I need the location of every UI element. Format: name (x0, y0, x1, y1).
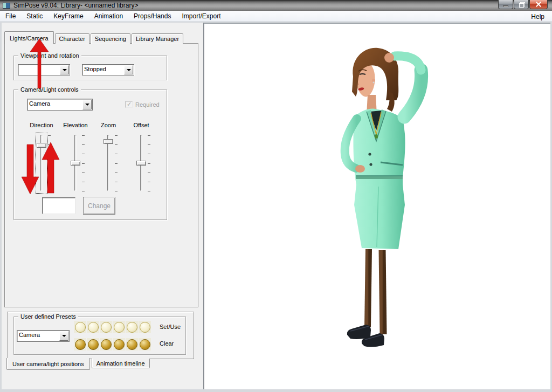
window-title: SimPose v9.04: Library- <unnamed library… (13, 2, 138, 9)
dropdown-button[interactable] (59, 331, 68, 341)
menu-file[interactable]: File (0, 11, 21, 22)
app-icon (3, 3, 10, 9)
preset-cream-button-6[interactable] (139, 321, 151, 333)
slider-thumb[interactable] (104, 139, 113, 144)
preset-gold-button-1[interactable] (74, 338, 86, 350)
jacket-button (368, 153, 371, 155)
clear-label: Clear (160, 340, 174, 347)
presets-group-legend: User defined Presets (18, 313, 78, 320)
tick-mark (48, 191, 51, 191)
menu-import-export[interactable]: Import/Export (176, 11, 226, 22)
tick-mark (148, 173, 150, 173)
value-input[interactable] (42, 197, 75, 214)
tab-character[interactable]: Character (55, 33, 89, 44)
tick-mark (148, 182, 150, 182)
bottom-tab-strip: User camera/light positionsAnimation tim… (6, 359, 151, 370)
tab-library-manager[interactable]: Library Manager (132, 33, 183, 44)
tab-sequencing[interactable]: Sequencing (91, 33, 130, 44)
gold-circle-icon (127, 339, 137, 350)
menu-props-hands[interactable]: Props/Hands (128, 11, 176, 22)
chevron-down-icon (127, 69, 131, 71)
tick-mark (115, 163, 118, 164)
tick-mark (115, 154, 118, 154)
minimize-button[interactable] (498, 0, 513, 9)
slider-thumb[interactable] (37, 143, 46, 148)
slider-thumb[interactable] (136, 161, 146, 166)
tick-mark (115, 135, 118, 136)
preset-cream-button-1[interactable] (74, 321, 86, 333)
chevron-down-icon (62, 335, 66, 337)
required-checkbox-label: Required (135, 101, 160, 108)
slider-elevation: Elevation (60, 122, 91, 196)
slider-track-area[interactable] (60, 134, 91, 196)
slider-track-area[interactable] (126, 134, 156, 196)
menu-help[interactable]: Help (527, 11, 549, 22)
slider-label-offset: Offset (126, 122, 156, 129)
menu-bar: FileStaticKeyFrameAnimationProps/HandsIm… (0, 11, 552, 22)
character-figure (323, 43, 442, 353)
tick-mark (48, 145, 51, 145)
chevron-down-icon (85, 104, 89, 106)
dropdown-button[interactable] (60, 65, 69, 74)
slider-track-area[interactable] (93, 134, 123, 196)
cream-circle-icon (140, 322, 150, 333)
left-leg (368, 249, 369, 327)
slider-zoom: Zoom (93, 122, 123, 196)
gold-circle-icon (101, 339, 112, 350)
preset-cream-button-2[interactable] (87, 321, 99, 333)
rotation-select[interactable]: Stopped (82, 64, 134, 75)
dropdown-button[interactable] (124, 65, 133, 74)
change-button: Change (83, 197, 115, 215)
preset-gold-button-4[interactable] (113, 338, 125, 350)
slider-thumb[interactable] (71, 161, 80, 166)
set-use-label: Set/Use (160, 324, 181, 330)
ear (372, 79, 375, 82)
preset-cream-button-4[interactable] (113, 321, 125, 333)
menu-static[interactable]: Static (21, 11, 48, 22)
viewpoint-camera-select[interactable] (18, 64, 70, 75)
tick-mark (48, 135, 51, 136)
preset-gold-button-6[interactable] (139, 338, 151, 350)
tick-mark (115, 173, 118, 173)
tick-mark (82, 182, 85, 182)
preset-gold-button-2[interactable] (87, 338, 99, 350)
tick-mark (48, 173, 51, 173)
restore-button[interactable] (514, 0, 529, 9)
tick-mark (148, 163, 150, 164)
tab-lights-camera[interactable]: Lights/Camera (4, 31, 54, 44)
bottom-tab-animation-timeline[interactable]: Animation timeline (92, 359, 150, 368)
preset-cream-button-5[interactable] (126, 321, 138, 333)
earring (373, 82, 375, 84)
slider-track-area[interactable] (26, 134, 57, 196)
tick-mark (115, 145, 118, 145)
bottom-tab-user-camera-light-positions[interactable]: User camera/light positions (6, 358, 90, 370)
tick-mark (48, 182, 51, 182)
tick-mark (115, 182, 118, 182)
eye (360, 74, 365, 74)
cream-circle-icon (75, 322, 86, 333)
close-button[interactable] (529, 0, 548, 9)
tick-mark (148, 154, 150, 154)
tick-mark (48, 154, 51, 154)
preset-gold-button-3[interactable] (100, 338, 112, 350)
cream-circle-icon (127, 322, 137, 333)
presets-target-select[interactable]: Camera (17, 330, 70, 342)
tick-mark (148, 191, 150, 191)
skirt (354, 184, 405, 249)
minimize-icon (503, 5, 508, 7)
camera-light-target-select[interactable]: Camera (27, 99, 93, 111)
gold-circle-icon (75, 339, 86, 350)
preset-cream-button-3[interactable] (100, 321, 112, 333)
tick-mark (82, 154, 85, 154)
tick-mark (148, 145, 150, 145)
preset-gold-button-5[interactable] (126, 338, 138, 350)
menu-keyframe[interactable]: KeyFrame (48, 11, 88, 22)
title-bar[interactable]: SimPose v9.04: Library- <unnamed library… (0, 0, 552, 11)
menu-animation[interactable]: Animation (89, 11, 128, 22)
dropdown-button[interactable] (82, 100, 92, 109)
tick-mark (115, 191, 118, 191)
gold-circle-icon (88, 339, 99, 350)
required-checkbox: ✓ (126, 101, 133, 108)
slider-offset: Offset (126, 122, 156, 196)
slider-label-elevation: Elevation (60, 122, 91, 129)
